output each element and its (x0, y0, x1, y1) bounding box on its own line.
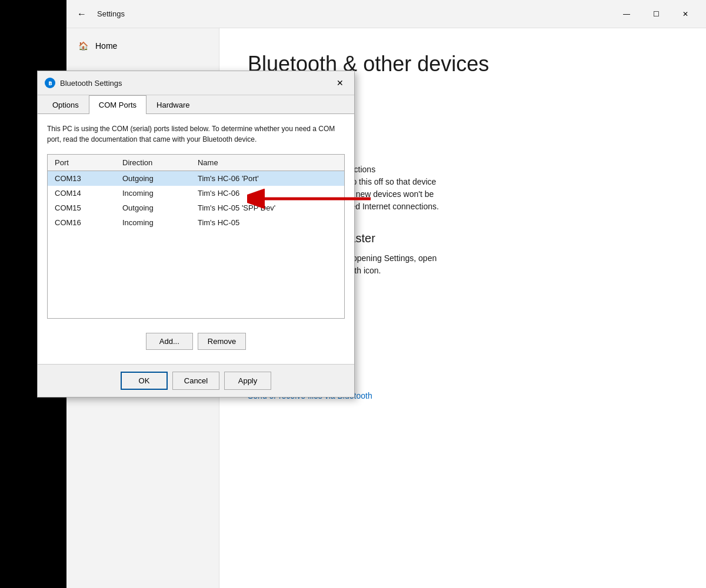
table-row-empty (48, 230, 345, 318)
arrow-svg (247, 187, 377, 211)
apply-button[interactable]: Apply (224, 372, 271, 390)
close-button[interactable]: ✕ (672, 5, 699, 24)
tab-options[interactable]: Options (42, 95, 89, 114)
dialog-close-button[interactable]: ✕ (333, 76, 347, 90)
cell-port: COM14 (48, 186, 116, 201)
sidebar-home-item[interactable]: 🏠 Home (66, 35, 219, 56)
col-header-name: Name (191, 155, 345, 171)
dialog-title-bar: ʙ Bluetooth Settings ✕ (38, 71, 354, 95)
col-header-port: Port (48, 155, 116, 171)
title-bar: ← Settings — ☐ ✕ (66, 0, 706, 28)
cell-port: COM13 (48, 171, 116, 186)
dialog-tabs: Options COM Ports Hardware (38, 95, 354, 114)
cell-name: Tim's HC-06 'Port' (191, 171, 345, 186)
bluetooth-settings-dialog: ʙ Bluetooth Settings ✕ Options COM Ports… (37, 71, 355, 397)
tab-com-ports[interactable]: COM Ports (89, 95, 146, 114)
home-icon: 🏠 (78, 41, 88, 51)
tab-hardware[interactable]: Hardware (146, 95, 199, 114)
dialog-description: This PC is using the COM (serial) ports … (47, 123, 345, 145)
cell-port: COM16 (48, 215, 116, 230)
window-title: Settings (97, 9, 125, 18)
cell-direction: Outgoing (115, 201, 191, 215)
com-ports-table: Port Direction Name COM13 Outgoing Tim's… (47, 154, 345, 319)
dialog-title-left: ʙ Bluetooth Settings (45, 78, 122, 88)
table-row[interactable]: COM16 Incoming Tim's HC-05 (48, 215, 345, 230)
dialog-title: Bluetooth Settings (60, 79, 122, 88)
home-label: Home (95, 41, 117, 51)
dialog-action-buttons: OK Cancel Apply (38, 364, 354, 397)
add-button[interactable]: Add... (146, 333, 193, 350)
minimize-button[interactable]: — (613, 5, 640, 24)
back-icon: ← (77, 9, 86, 19)
window-controls: — ☐ ✕ (613, 5, 699, 24)
cell-direction: Incoming (115, 186, 191, 201)
title-bar-left: ← Settings (74, 6, 125, 22)
add-remove-buttons: Add... Remove (47, 328, 345, 355)
cancel-button[interactable]: Cancel (172, 372, 219, 390)
back-button[interactable]: ← (74, 6, 90, 22)
ok-button[interactable]: OK (121, 372, 168, 390)
remove-button[interactable]: Remove (198, 333, 246, 350)
cell-name: Tim's HC-05 (191, 215, 345, 230)
cell-direction: Outgoing (115, 171, 191, 186)
table-row[interactable]: COM13 Outgoing Tim's HC-06 'Port' (48, 171, 345, 186)
arrow-annotation (247, 187, 377, 213)
restore-button[interactable]: ☐ (642, 5, 670, 24)
col-header-direction: Direction (115, 155, 191, 171)
cell-direction: Incoming (115, 215, 191, 230)
cell-port: COM15 (48, 201, 116, 215)
dialog-body: This PC is using the COM (serial) ports … (38, 114, 354, 364)
bluetooth-dialog-icon: ʙ (45, 78, 55, 88)
